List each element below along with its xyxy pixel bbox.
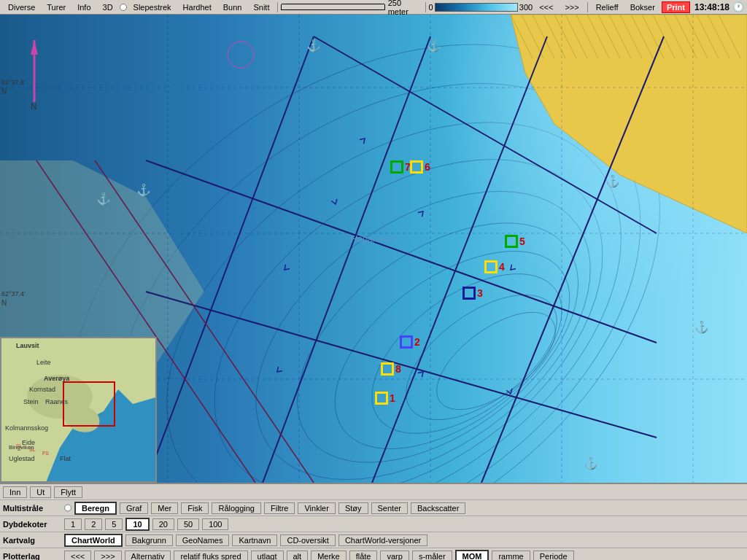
svg-marker-1 <box>31 40 38 55</box>
cd-oversikt-btn[interactable]: CD-oversikt <box>280 534 335 546</box>
lat-value-1: 62°37.8' <box>1 79 26 86</box>
flate-btn[interactable]: flåte <box>349 551 378 561</box>
toolbar-turer[interactable]: Turer <box>42 1 71 13</box>
fisk-btn[interactable]: Fisk <box>181 502 209 514</box>
dybde-1[interactable]: 1 <box>64 518 82 530</box>
minimap-kolmannskogx: Kolmannsskog <box>5 424 48 432</box>
dybde-20[interactable]: 20 <box>152 518 174 530</box>
merke-btn[interactable]: Merke <box>311 551 347 561</box>
minimap-uglestad: Uglestad <box>9 455 35 462</box>
toolbar-3d[interactable]: 3D <box>98 1 118 13</box>
scale-line <box>281 4 384 10</box>
dybde-5[interactable]: 5 <box>105 518 123 530</box>
utlagt-btn[interactable]: utlagt <box>251 551 284 561</box>
waypoint-5[interactable]: 5 <box>505 235 525 248</box>
dybdekoter-row: Dybdekoter 1 2 5 10 20 50 100 <box>0 516 747 532</box>
scale-label: 250 meter <box>388 0 422 16</box>
slepestrek-radio[interactable] <box>120 4 127 11</box>
dybde-50[interactable]: 50 <box>177 518 199 530</box>
top-toolbar: Diverse Turer Info 3D Slepestrek Hardhet… <box>0 0 747 15</box>
filtre-btn[interactable]: Filtre <box>264 502 295 514</box>
toolbar-bokser[interactable]: Bokser <box>625 1 660 13</box>
beregn-btn[interactable]: Beregn <box>74 502 117 515</box>
mom-btn[interactable]: MOM <box>455 550 489 561</box>
minimap-averoye: Averøya <box>44 375 69 382</box>
vinkler-btn[interactable]: Vinkler <box>298 502 335 514</box>
plotterlag-row: Plotterlag <<< >>> Alternativ relatif fl… <box>0 548 747 560</box>
waypoint-3[interactable]: 3 <box>462 287 483 300</box>
separator-3 <box>587 2 588 12</box>
north-arrow: N <box>23 36 45 111</box>
waypoint-6[interactable]: 6 <box>410 160 430 174</box>
periode-btn[interactable]: Periode <box>533 551 574 561</box>
alternativ-btn[interactable]: Alternativ <box>125 551 171 561</box>
toolbar-info[interactable]: Info <box>72 1 96 13</box>
dybdekoter-label: Dybdekoter <box>3 520 61 529</box>
dybde-2[interactable]: 2 <box>85 518 102 530</box>
senter-btn[interactable]: Senter <box>371 502 408 514</box>
depth-min: 0 <box>429 3 433 12</box>
minimap-lauvsit: Lauvsit <box>16 342 39 349</box>
plotterlag-label: Plotterlag <box>3 552 61 561</box>
multistrale-radio[interactable] <box>64 503 71 513</box>
minimap-leite: Leite <box>36 359 51 366</box>
ralogging-btn[interactable]: Rålogging <box>212 502 261 514</box>
geonames-btn[interactable]: GeoNames <box>176 534 230 546</box>
minimap-flat: Flat <box>60 455 71 462</box>
kartvalg-label: Kartvalg <box>3 536 61 545</box>
mer-btn[interactable]: Mer <box>151 502 178 514</box>
toolbar-bunn[interactable]: Bunn <box>218 1 247 13</box>
waypoint-2[interactable]: 2 <box>400 335 420 349</box>
bakgrunn-btn[interactable]: Bakgrunn <box>125 534 173 546</box>
graf-btn[interactable]: Graf <box>120 502 148 514</box>
waypoint-8[interactable]: 8 <box>381 362 401 376</box>
minimap-stein: Stein <box>23 398 39 405</box>
kartnavn-btn[interactable]: Kartnavn <box>232 534 277 546</box>
plotterlag-prev[interactable]: <<< <box>64 551 91 561</box>
chartworld-versjoner-btn[interactable]: ChartWorld-versjoner <box>338 534 427 546</box>
map-area: Haganeset N 7 6 5 4 3 2 8 <box>0 15 747 483</box>
lat-label-1: N <box>1 88 7 96</box>
toolbar-slepestrek[interactable]: Slepestrek <box>128 1 177 13</box>
backscatter-btn[interactable]: Backscatter <box>411 502 465 514</box>
varp-btn[interactable]: varp <box>380 551 409 561</box>
ramme-btn[interactable]: ramme <box>492 551 530 561</box>
waypoint-7[interactable]: 7 <box>390 160 411 174</box>
scale-bar: 250 meter <box>281 0 422 16</box>
waypoint-1[interactable]: 1 <box>375 392 395 405</box>
print-button[interactable]: Print <box>662 1 690 13</box>
smaler-btn[interactable]: s-måler <box>412 551 452 561</box>
stoy-btn[interactable]: Støy <box>338 502 368 514</box>
toolbar-relieff[interactable]: Relieff <box>591 1 624 13</box>
toolbar-snitt[interactable]: Snitt <box>248 1 274 13</box>
separator-1 <box>277 2 278 12</box>
nav-prev-btn[interactable]: <<< <box>534 1 558 13</box>
separator-2 <box>425 2 426 12</box>
minimap-raanes: Raanes <box>45 398 68 405</box>
svg-text:N: N <box>31 101 37 109</box>
toolbar-hardhet[interactable]: Hardhet <box>178 1 217 13</box>
kartvalg-row: Kartvalg ChartWorld Bakgrunn GeoNames Ka… <box>0 532 747 548</box>
waypoint-4[interactable]: 4 <box>484 260 505 273</box>
alt-btn[interactable]: alt <box>287 551 309 561</box>
minimap-kornstad: Kornstad <box>29 386 55 393</box>
toolbar-diverse[interactable]: Diverse <box>3 1 40 13</box>
ut-btn[interactable]: Ut <box>30 486 51 498</box>
lat-label-2: N <box>1 299 7 307</box>
time-display: 13:48:18 <box>694 2 729 12</box>
flytt-btn[interactable]: Flytt <box>54 486 82 498</box>
multistrale-row: Multistråle Beregn Graf Mer Fisk Råloggi… <box>0 500 747 516</box>
clock-icon: 🕐 <box>732 1 744 12</box>
dybde-100[interactable]: 100 <box>202 518 228 530</box>
bottom-panel: Inn Ut Flytt Multistråle Beregn Graf Mer… <box>0 483 747 560</box>
nav-next-btn[interactable]: >>> <box>560 1 584 13</box>
inn-btn[interactable]: Inn <box>3 486 27 498</box>
chartworld-btn[interactable]: ChartWorld <box>64 534 123 547</box>
plotterlag-next[interactable]: >>> <box>94 551 121 561</box>
nav-multistrale-row: Inn Ut Flytt <box>0 484 747 500</box>
depth-gradient <box>435 3 518 12</box>
relatif-btn[interactable]: relatif fluks spred <box>174 551 247 561</box>
dybde-10[interactable]: 10 <box>125 518 149 531</box>
multistrale-label: Multistråle <box>3 504 61 513</box>
minimap: Lauvsit Leite Averøya Kornstad Stein Raa… <box>0 337 157 483</box>
